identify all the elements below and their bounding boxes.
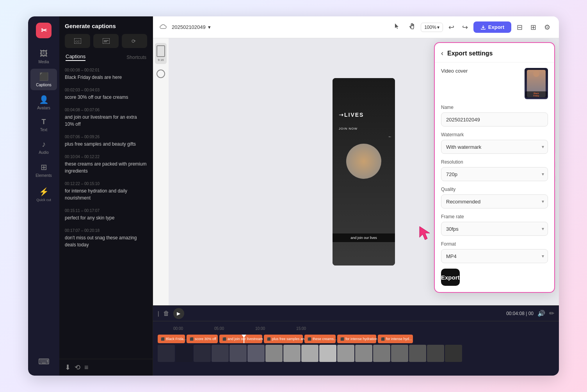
chip-icon: ⬛ [340, 337, 344, 341]
tab-captions[interactable]: Captions [66, 53, 85, 61]
cover-thumb-inner: Black Friday [525, 68, 548, 99]
translate-captions-btn[interactable]: ⟲ [75, 363, 80, 372]
cloud-icon [159, 24, 167, 31]
cover-badge: Black Friday [525, 91, 547, 98]
layout-btn[interactable]: ⊟ [514, 21, 525, 33]
timeline-edit-btn[interactable]: | [158, 310, 159, 317]
playhead[interactable] [244, 335, 244, 343]
captions-tool-subtitle[interactable] [93, 34, 119, 48]
sidebar-item-audio[interactable]: ♪ Audio [30, 137, 57, 158]
sidebar-item-avatars[interactable]: 👤 Avatars [30, 92, 57, 113]
video-frame [445, 345, 462, 362]
framerate-field-group: Frame rate 30fps ▾ [441, 214, 548, 236]
undo-btn[interactable]: ↩ [446, 21, 457, 33]
text-icon: T [42, 118, 46, 126]
resolution-select[interactable]: 720p [441, 167, 548, 181]
main-area: 202502102049 ▾ 100% ▾ ↩ ↪ Exp [153, 16, 559, 376]
export-back-btn[interactable]: ‹ [441, 49, 443, 57]
play-button[interactable]: ▶ [173, 308, 184, 319]
list-item: 00:12:22 – 00:15:10 for intense hydratio… [65, 182, 147, 201]
caption-text[interactable]: don't miss out snag these amazing deals … [65, 234, 147, 248]
video-text-joinnow: JOIN NOW [339, 127, 358, 130]
video-frame [373, 345, 390, 362]
sidebar-item-captions[interactable]: ⬛ Captions [30, 69, 57, 90]
video-frame [391, 345, 408, 362]
manage-captions-btn[interactable]: ≡ [84, 363, 89, 372]
export-panel-body: Video cover Black Friday [435, 62, 554, 263]
tab-shortcuts[interactable]: Shortcuts [126, 55, 146, 60]
captions-icon: ⬛ [39, 72, 49, 81]
caption-chip[interactable]: ⬛ and join our livestream ... [219, 335, 262, 343]
hand-tool-btn[interactable] [406, 21, 418, 33]
download-captions-btn[interactable]: ⬇ [65, 363, 71, 372]
video-frame [301, 345, 318, 362]
list-item: 00:07:06 – 00:09:26 plus free samples an… [65, 135, 147, 148]
resolution-field-group: Resolution 720p ▾ [441, 159, 548, 181]
caption-chip[interactable]: ⬛ Black Frida... [158, 335, 185, 343]
split-view-btn[interactable]: ⊞ [528, 21, 539, 33]
topbar-tools: 100% ▾ ↩ ↪ Export ⊟ ⊞ ⚙ [391, 21, 553, 33]
captions-footer: ⬇ ⟲ ≡ [59, 359, 153, 376]
format-select[interactable]: MP4 [441, 249, 548, 263]
video-frame [229, 345, 247, 362]
canvas-area: 9:16 ➝LIVES JOIN NOW ← [153, 38, 559, 305]
caption-chip[interactable]: ⬛ plus free samples an... [264, 335, 303, 343]
caption-text[interactable]: Black Friday deals are here [65, 74, 147, 81]
export-button[interactable]: Export [473, 21, 511, 33]
caption-text[interactable]: for intense hydration and daily nourishm… [65, 187, 147, 201]
chip-icon: ⬛ [267, 337, 271, 341]
cursor-arrow [416, 224, 432, 243]
quality-select[interactable]: Recommended [441, 194, 548, 208]
video-cover-thumbnail[interactable]: Black Friday [525, 68, 548, 99]
caption-text[interactable]: perfect for any skin type [65, 214, 147, 221]
timeline-delete-btn[interactable]: 🗑 [163, 310, 169, 317]
project-name[interactable]: 202502102049 ▾ [172, 24, 211, 30]
captions-list: 00:00:08 – 00:02:01 Black Friday deals a… [59, 65, 153, 359]
svg-rect-2 [103, 38, 110, 44]
caption-text[interactable]: and join our livestream for an extra 10%… [65, 114, 147, 128]
sidebar-item-label: Media [38, 60, 49, 64]
caption-text[interactable]: score 30% off our face creams [65, 94, 147, 101]
captions-header: Generate captions CC ⟳ Captions Shortcut… [59, 16, 153, 65]
watermark-select[interactable]: With watermark [441, 140, 548, 154]
redo-btn[interactable]: ↪ [460, 21, 470, 33]
sidebar-item-elements[interactable]: ⊞ Elements [30, 159, 57, 181]
chip-icon: ⬛ [161, 337, 165, 341]
chip-icon: ⬛ [190, 337, 194, 341]
zoom-control[interactable]: 100% ▾ [421, 23, 443, 32]
caption-text[interactable]: plus free samples and beauty gifts [65, 141, 147, 148]
captions-tool-translate[interactable]: ⟳ [122, 34, 147, 48]
chip-icon: ⬛ [222, 337, 226, 341]
watermark-field-group: Watermark With watermark ▾ [441, 132, 548, 154]
list-item: 00:15:11 – 00:17:07 perfect for any skin… [65, 208, 147, 221]
video-cover-row: Video cover Black Friday [441, 68, 548, 99]
pointer-tool-btn[interactable] [391, 21, 403, 33]
caption-time: 00:10:04 – 00:12:22 [65, 155, 147, 159]
sidebar-item-label: Quick cut [36, 198, 51, 202]
timeline-audio-btn[interactable]: 🔊 [537, 310, 545, 317]
settings-gear-btn[interactable]: ⚙ [542, 21, 553, 33]
caption-text[interactable]: these creams are packed with premium ing… [65, 160, 147, 175]
aspect-circle-icon [157, 69, 165, 78]
sidebar-item-media[interactable]: 🖼 Media [30, 46, 57, 67]
caption-chip[interactable]: ⬛ for intense hydration [337, 335, 376, 343]
sidebar-item-settings[interactable]: ⌨ [30, 354, 57, 369]
caption-time: 00:17:07 – 00:20:18 [65, 228, 147, 233]
captions-tool-cc[interactable]: CC [65, 34, 90, 48]
caption-chip[interactable]: ⬛ these creams... [304, 335, 336, 343]
aspect-916-icon [157, 45, 165, 57]
export-action-btn[interactable]: Export [441, 269, 460, 286]
timeline-edit-tool-btn[interactable]: ✏ [549, 310, 554, 317]
audio-icon: ♪ [42, 140, 46, 149]
name-input[interactable] [441, 112, 548, 127]
aspect-ratio-circle[interactable] [155, 67, 167, 80]
caption-chip[interactable]: ⬛ score 30% off [187, 335, 218, 343]
caption-chip[interactable]: ⬛ for intense hyd... [378, 335, 413, 343]
timeline-time-display: 00:04:08 | 00 [506, 311, 534, 316]
aspect-ratio-916[interactable]: 9:16 [155, 43, 167, 64]
timeline: | 🗑 ▶ 00:04:08 | 00 🔊 ✏ 00:00 05:00 10:0… [153, 305, 559, 376]
framerate-select[interactable]: 30fps [441, 222, 548, 236]
caption-time: 00:15:11 – 00:17:07 [65, 208, 147, 213]
sidebar-item-quickcut[interactable]: ⚡ Quick cut [30, 184, 57, 205]
sidebar-item-text[interactable]: T Text [30, 115, 57, 135]
